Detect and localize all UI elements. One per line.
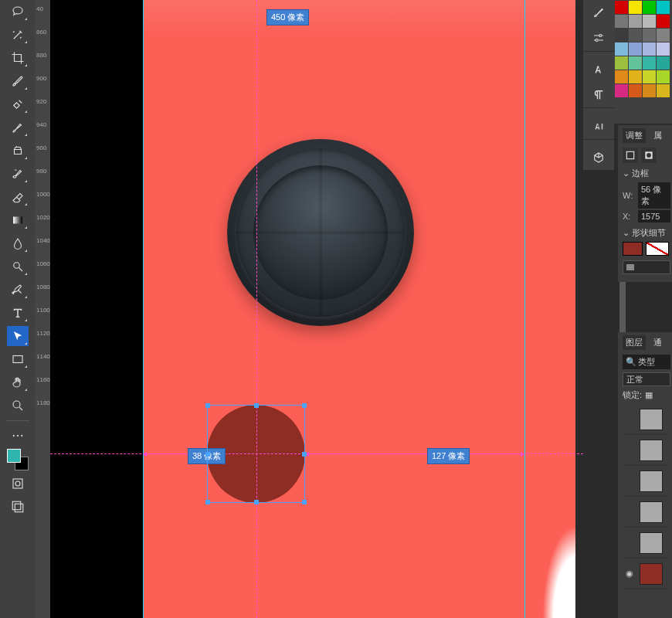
- pen-tool[interactable]: [7, 280, 29, 300]
- swatch[interactable]: [657, 15, 670, 28]
- dodge-tool[interactable]: [7, 256, 29, 277]
- selection-handle[interactable]: [254, 500, 259, 504]
- layer-thumbnail: [640, 501, 663, 523]
- type-tool[interactable]: [7, 303, 29, 323]
- swatch[interactable]: [615, 70, 628, 83]
- swatch[interactable]: [629, 29, 642, 42]
- brush-tool[interactable]: [7, 117, 29, 138]
- swatch[interactable]: [615, 29, 628, 42]
- measurement-tag-right: 127 像素: [427, 448, 470, 464]
- canvas[interactable]: 450 像素 38 像素 127 像素: [50, 0, 583, 618]
- paragraph-panel-icon[interactable]: [588, 85, 609, 104]
- healing-brush-tool[interactable]: [7, 94, 29, 114]
- swatch[interactable]: [643, 56, 656, 70]
- section-shape-details[interactable]: ⌄形状细节: [623, 227, 670, 239]
- vertical-ruler: 40 860 880 900 920 940 960 980 1000 1020…: [35, 0, 50, 618]
- section-border[interactable]: ⌄边框: [623, 168, 670, 179]
- swatch[interactable]: [629, 70, 642, 83]
- layer-row[interactable]: [623, 404, 670, 435]
- swatch[interactable]: [657, 56, 670, 70]
- blend-mode-dropdown[interactable]: 正常: [623, 372, 670, 386]
- selection-handle[interactable]: [205, 403, 210, 408]
- selection-bounding-box[interactable]: [207, 405, 305, 503]
- swatch[interactable]: [615, 42, 628, 56]
- swatch[interactable]: [657, 70, 670, 83]
- 3d-panel-icon[interactable]: [588, 148, 609, 167]
- tab-channels[interactable]: 通: [650, 335, 665, 350]
- swatch[interactable]: [643, 70, 656, 83]
- blur-tool[interactable]: [7, 233, 29, 253]
- swatch[interactable]: [643, 42, 656, 56]
- width-field[interactable]: 56 像素: [638, 182, 670, 209]
- swatch[interactable]: [629, 84, 642, 97]
- swatch[interactable]: [629, 56, 642, 70]
- tab-properties[interactable]: 属: [650, 128, 665, 143]
- swatch[interactable]: [643, 15, 656, 28]
- guide-vertical[interactable]: [524, 0, 525, 618]
- swatch[interactable]: [657, 42, 670, 56]
- clone-stamp-tool[interactable]: [7, 141, 29, 161]
- history-brush-tool[interactable]: [7, 164, 29, 184]
- layer-row[interactable]: ◉: [623, 559, 670, 589]
- character-panel-icon[interactable]: [588, 59, 609, 79]
- swatch[interactable]: [615, 1, 628, 14]
- tab-adjustments[interactable]: 调整: [623, 128, 646, 143]
- swatch[interactable]: [629, 42, 642, 56]
- hand-tool[interactable]: [7, 372, 29, 392]
- edit-toolbar[interactable]: [7, 426, 29, 446]
- adjustments-panel-icon[interactable]: [588, 29, 609, 48]
- layer-filter[interactable]: 🔍 类型: [623, 355, 670, 369]
- selection-handle[interactable]: [302, 403, 307, 408]
- layer-row[interactable]: [623, 497, 670, 528]
- zoom-tool[interactable]: [7, 396, 29, 416]
- selection-handle[interactable]: [254, 403, 259, 408]
- foreground-color[interactable]: [7, 449, 21, 463]
- swatch[interactable]: [657, 84, 670, 97]
- lasso-tool[interactable]: [7, 2, 29, 22]
- swatch[interactable]: [643, 1, 656, 14]
- layer-row[interactable]: [623, 435, 670, 466]
- swatch[interactable]: [643, 84, 656, 97]
- live-shape-icon[interactable]: [623, 148, 638, 163]
- lock-pixels-icon[interactable]: ▦: [645, 390, 653, 400]
- swatch[interactable]: [615, 15, 628, 28]
- path-selection-tool[interactable]: [7, 326, 29, 346]
- glyphs-panel-icon[interactable]: [588, 117, 609, 136]
- screen-mode-toggle[interactable]: [7, 497, 29, 517]
- gradient-tool[interactable]: [7, 210, 29, 230]
- stroke-options-dropdown[interactable]: [623, 260, 670, 274]
- color-swatches[interactable]: [7, 449, 29, 470]
- swatch[interactable]: [657, 1, 670, 14]
- svg-point-15: [647, 153, 651, 158]
- swatch[interactable]: [643, 29, 656, 42]
- visibility-toggle[interactable]: ◉: [623, 569, 636, 579]
- layer-row[interactable]: [623, 466, 670, 497]
- svg-rect-7: [13, 479, 22, 488]
- rectangle-tool[interactable]: [7, 349, 29, 369]
- crop-tool[interactable]: [7, 48, 29, 68]
- x-field[interactable]: 1575: [638, 210, 670, 222]
- fill-color-chip[interactable]: [623, 242, 643, 256]
- tab-layers[interactable]: 图层: [623, 335, 646, 350]
- brush-panel-icon[interactable]: [588, 3, 609, 22]
- selection-handle[interactable]: [205, 500, 210, 504]
- eyedropper-tool[interactable]: [7, 71, 29, 91]
- selection-handle[interactable]: [205, 452, 210, 457]
- eraser-tool[interactable]: [7, 187, 29, 207]
- selection-handle[interactable]: [302, 452, 307, 457]
- guide-vertical[interactable]: [143, 0, 144, 618]
- swatch[interactable]: [629, 15, 642, 28]
- swatch[interactable]: [615, 84, 628, 97]
- mask-icon[interactable]: [641, 148, 657, 163]
- svg-rect-2: [13, 356, 22, 363]
- ruler-tick: 1100: [36, 307, 49, 314]
- swatch[interactable]: [629, 1, 642, 14]
- quick-mask-toggle[interactable]: [7, 474, 29, 494]
- swatch[interactable]: [615, 56, 628, 70]
- stroke-color-chip[interactable]: [646, 242, 669, 256]
- magic-wand-tool[interactable]: [7, 25, 29, 45]
- layer-row[interactable]: [623, 528, 670, 559]
- ruler-tick: 1180: [36, 400, 49, 406]
- swatch[interactable]: [657, 29, 670, 42]
- selection-handle[interactable]: [302, 500, 307, 504]
